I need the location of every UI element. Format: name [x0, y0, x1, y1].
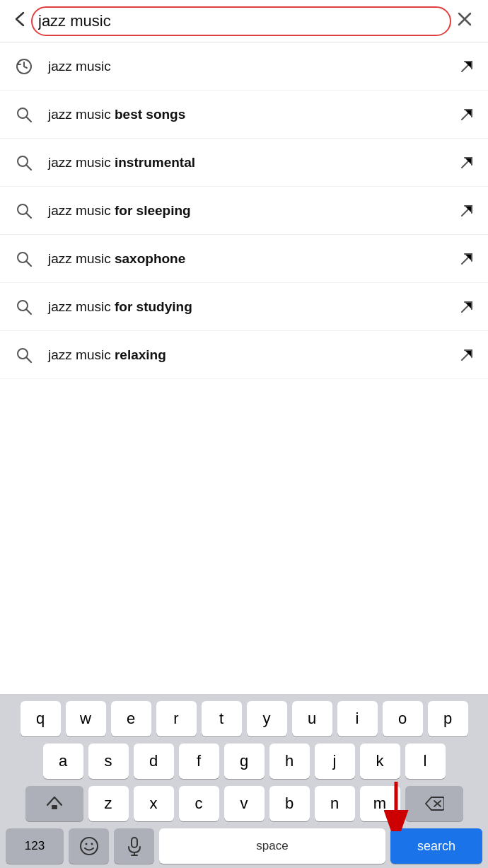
clear-button[interactable]: [451, 8, 478, 34]
emoji-key[interactable]: [69, 828, 109, 864]
key-r[interactable]: r: [156, 701, 197, 736]
suggestion-item[interactable]: jazz music saxophone: [0, 235, 488, 283]
keyboard-bottom-row: 123 space search: [3, 828, 485, 864]
arrow-icon: [455, 103, 478, 126]
suggestion-text: jazz music for studying: [48, 299, 455, 315]
search-icon: [10, 197, 38, 225]
keyboard-row-1: q w e r t y u i o p: [3, 701, 485, 736]
key-h[interactable]: h: [269, 743, 310, 779]
key-f[interactable]: f: [179, 743, 219, 779]
svg-line-8: [26, 165, 31, 170]
suggestion-text: jazz music for sleeping: [48, 203, 455, 219]
svg-line-11: [26, 213, 31, 218]
svg-rect-22: [52, 805, 57, 809]
key-s[interactable]: s: [88, 743, 129, 779]
arrow-icon: [455, 55, 478, 78]
search-icon: [10, 293, 38, 321]
suggestion-item[interactable]: jazz music: [0, 42, 488, 91]
svg-rect-30: [132, 838, 137, 847]
key-z[interactable]: z: [88, 786, 129, 821]
suggestion-item[interactable]: jazz music for sleeping: [0, 187, 488, 235]
svg-point-28: [85, 843, 87, 845]
search-icon: [10, 245, 38, 273]
svg-point-27: [81, 838, 98, 855]
space-key[interactable]: space: [159, 828, 385, 864]
arrow-icon: [455, 248, 478, 270]
suggestions-list: jazz music jazz music best songs: [0, 42, 488, 379]
svg-line-20: [26, 357, 31, 362]
keyboard-row-2: a s d f g h j k l: [3, 743, 485, 779]
search-input-wrapper: [38, 12, 444, 30]
key-d[interactable]: d: [134, 743, 174, 779]
search-icon: [10, 341, 38, 369]
suggestion-text: jazz music relaxing: [48, 347, 455, 363]
search-button[interactable]: search: [390, 828, 482, 864]
key-l[interactable]: l: [405, 743, 446, 779]
delete-key[interactable]: [405, 786, 463, 821]
search-input[interactable]: [38, 12, 444, 30]
key-u[interactable]: u: [292, 701, 332, 736]
arrow-icon: [455, 199, 478, 222]
keyboard: q w e r t y u i o p a s d f g h j k l z …: [0, 694, 488, 868]
key-k[interactable]: k: [360, 743, 400, 779]
numbers-key[interactable]: 123: [6, 828, 64, 864]
suggestion-item[interactable]: jazz music for studying: [0, 283, 488, 331]
suggestion-text: jazz music: [48, 59, 455, 74]
key-x[interactable]: x: [134, 786, 174, 821]
arrow-icon: [455, 151, 478, 174]
key-i[interactable]: i: [337, 701, 378, 736]
key-q[interactable]: q: [21, 701, 61, 736]
key-w[interactable]: w: [66, 701, 106, 736]
search-bar: [0, 0, 488, 42]
keyboard-row-3: z x c v b n m: [3, 786, 485, 821]
arrow-icon: [455, 296, 478, 318]
key-a[interactable]: a: [43, 743, 83, 779]
svg-line-17: [26, 309, 31, 314]
svg-line-5: [26, 117, 31, 122]
key-n[interactable]: n: [315, 786, 355, 821]
shift-key[interactable]: [25, 786, 83, 821]
search-icon: [10, 100, 38, 129]
suggestion-item[interactable]: jazz music best songs: [0, 91, 488, 139]
microphone-key[interactable]: [114, 828, 154, 864]
suggestion-text: jazz music best songs: [48, 107, 455, 122]
key-o[interactable]: o: [383, 701, 423, 736]
svg-point-29: [91, 843, 93, 845]
key-v[interactable]: v: [224, 786, 265, 821]
suggestion-item[interactable]: jazz music instrumental: [0, 139, 488, 187]
key-t[interactable]: t: [202, 701, 242, 736]
key-m[interactable]: m: [360, 786, 400, 821]
key-p[interactable]: p: [428, 701, 468, 736]
key-c[interactable]: c: [179, 786, 219, 821]
back-button[interactable]: [10, 7, 31, 35]
svg-line-14: [26, 261, 31, 266]
search-icon: [10, 149, 38, 177]
key-b[interactable]: b: [269, 786, 310, 821]
key-j[interactable]: j: [315, 743, 355, 779]
suggestion-text: jazz music saxophone: [48, 251, 455, 267]
arrow-icon: [455, 344, 478, 366]
key-e[interactable]: e: [111, 701, 151, 736]
key-y[interactable]: y: [247, 701, 287, 736]
history-icon: [10, 52, 38, 81]
suggestion-text: jazz music instrumental: [48, 155, 455, 170]
key-g[interactable]: g: [224, 743, 265, 779]
suggestion-item[interactable]: jazz music relaxing: [0, 331, 488, 379]
